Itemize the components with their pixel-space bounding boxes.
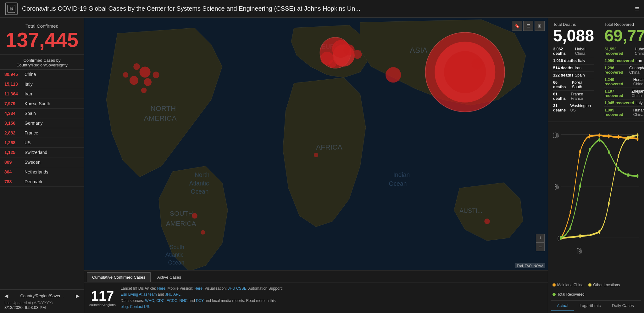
- blog-link[interactable]: blog: [121, 304, 128, 309]
- esri-link[interactable]: Esri Living Atlas team: [121, 292, 157, 297]
- svg-point-38: [201, 230, 205, 235]
- zoom-out-button[interactable]: −: [536, 242, 545, 251]
- main-content: Total Confirmed 137,445 Confirmed Cases …: [0, 18, 644, 313]
- recovered-count: 1,197 recovered: [604, 89, 630, 98]
- map-toolbar: 🔖 ☰ ⊞: [512, 21, 545, 31]
- zoom-in-button[interactable]: +: [536, 234, 545, 242]
- map-tabs: Cumulative Confirmed Cases Active Cases: [84, 270, 548, 282]
- comma2: ,: [164, 299, 167, 303]
- country-list-item[interactable]: 788Denmark: [0, 177, 84, 187]
- svg-text:NORTH: NORTH: [151, 104, 176, 112]
- country-list-item[interactable]: 7,979Korea, South: [0, 99, 84, 109]
- nhc-link[interactable]: NHC: [180, 299, 188, 303]
- nav-next-arrow[interactable]: ▶: [76, 293, 80, 299]
- country-list-item[interactable]: 1,268US: [0, 138, 84, 148]
- nav-label: Country/Region/Sover...: [20, 293, 64, 298]
- recovered-region: Guangdong China: [629, 66, 644, 75]
- svg-text:AMERICA: AMERICA: [144, 114, 177, 122]
- total-confirmed-number: 137,445: [5, 30, 79, 50]
- qr-button[interactable]: ⊞: [535, 21, 545, 31]
- chart-tab-actual[interactable]: Actual: [551, 301, 574, 311]
- country-list-item[interactable]: 80,945China: [0, 70, 84, 79]
- country-name: France: [25, 130, 38, 135]
- country-count: 4,334: [4, 111, 22, 116]
- country-list-item[interactable]: 809Sweden: [0, 157, 84, 167]
- svg-point-37: [192, 213, 197, 219]
- svg-point-31: [130, 76, 138, 85]
- country-count: 804: [4, 169, 22, 174]
- svg-text:AMERICA: AMERICA: [166, 220, 196, 227]
- recovered-count: 51,553 recovered: [604, 47, 633, 56]
- legend-total-recovered: Total Recovered: [552, 292, 585, 297]
- country-count: 15,113: [4, 82, 22, 87]
- svg-point-60: [598, 230, 600, 234]
- recovered-count: 2,959 recovered: [604, 59, 634, 63]
- tab-cumulative-confirmed[interactable]: Cumulative Confirmed Cases: [87, 272, 151, 282]
- svg-point-72: [627, 173, 629, 177]
- legend-other-locations: Other Locations: [588, 283, 620, 287]
- recovered-panel: Total Recovered 69,779 51,553 recoveredH…: [599, 18, 644, 122]
- chart-tab-logarithmic[interactable]: Logarithmic: [574, 301, 606, 311]
- jhu-csse-link[interactable]: JHU CSSE: [228, 286, 246, 291]
- here-link-2[interactable]: Here: [194, 286, 203, 291]
- page-title: Coronavirus COVID-19 Global Cases by the…: [22, 5, 630, 12]
- recovered-region: Zhejiang China: [631, 89, 644, 98]
- countries-number: 117: [91, 289, 114, 303]
- svg-point-61: [608, 201, 610, 206]
- here-link-1[interactable]: Here: [157, 286, 165, 291]
- dxy-link[interactable]: DXY: [196, 299, 203, 303]
- contact-us-link[interactable]: Contact US: [130, 304, 149, 309]
- recovered-region: Iran: [636, 59, 642, 63]
- menu-icon[interactable]: ≡: [635, 5, 639, 13]
- jhu-apl-link[interactable]: JHU APL: [165, 292, 180, 297]
- top-right-panels: Total Deaths 5,088 3,062 deathsHubei Chi…: [548, 18, 644, 122]
- country-list-item[interactable]: 3,156Germany: [0, 118, 84, 128]
- ecdc-link[interactable]: ECDC: [167, 299, 177, 303]
- svg-point-26: [344, 44, 355, 55]
- country-count: 1,268: [4, 140, 22, 145]
- svg-point-65: [560, 236, 562, 240]
- right-panels: Total Deaths 5,088 3,062 deathsHubei Chi…: [548, 18, 644, 313]
- country-list-item[interactable]: 15,113Italy: [0, 79, 84, 89]
- tab-active-cases[interactable]: Active Cases: [152, 272, 186, 282]
- map-container[interactable]: NORTH AMERICA SOUTH AMERICA ASIA AFRICA …: [84, 18, 548, 270]
- and2: and: [188, 299, 196, 303]
- country-list-item[interactable]: 1,125Switzerland: [0, 148, 84, 157]
- country-count: 7,979: [4, 101, 22, 106]
- svg-point-59: [579, 234, 581, 238]
- svg-point-71: [618, 167, 619, 171]
- chart-area: 100k 50k 0 Feb: [548, 122, 644, 313]
- recovered-count: 1,296 recovered: [604, 66, 628, 75]
- country-count: 80,945: [4, 72, 22, 77]
- svg-text:AUSTI...: AUSTI...: [459, 208, 482, 214]
- svg-point-63: [627, 136, 629, 140]
- svg-point-39: [314, 153, 318, 157]
- svg-point-32: [144, 78, 152, 86]
- country-list-item[interactable]: 4,334Spain: [0, 109, 84, 118]
- recovered-list-item: 1,045 recoveredItaly: [604, 100, 644, 107]
- who-link[interactable]: WHO: [145, 299, 154, 303]
- list-button[interactable]: ☰: [523, 21, 533, 31]
- total-confirmed-box: Total Confirmed 137,445: [0, 18, 84, 55]
- country-count: 788: [4, 179, 22, 184]
- country-list-item[interactable]: 804Netherlands: [0, 167, 84, 177]
- svg-text:🏛: 🏛: [9, 7, 14, 11]
- chart-tab-daily-cases[interactable]: Daily Cases: [606, 301, 639, 311]
- cdc-link[interactable]: CDC: [156, 299, 164, 303]
- deaths-list: 3,062 deathsHubei China1,016 deathsItaly…: [553, 46, 594, 114]
- country-list-item[interactable]: 11,364Iran: [0, 89, 84, 99]
- svg-point-67: [579, 184, 581, 189]
- deaths-count: 1,016 deaths: [553, 59, 577, 63]
- country-list-item[interactable]: 2,882France: [0, 128, 84, 138]
- svg-text:Ocean: Ocean: [191, 188, 209, 195]
- nav-prev-arrow[interactable]: ◀: [4, 293, 8, 299]
- mainland-china-dot: [552, 283, 556, 287]
- svg-point-70: [608, 150, 610, 154]
- recovered-region: Hunan China: [633, 108, 644, 117]
- deaths-region: Italy: [578, 59, 585, 63]
- recovered-list-item: 51,553 recoveredHubei China: [604, 46, 644, 57]
- map-zoom-controls: + −: [536, 234, 545, 251]
- country-name: Korea, South: [25, 101, 50, 106]
- bookmark-button[interactable]: 🔖: [512, 21, 522, 31]
- vis-text: . Visualization:: [203, 286, 228, 291]
